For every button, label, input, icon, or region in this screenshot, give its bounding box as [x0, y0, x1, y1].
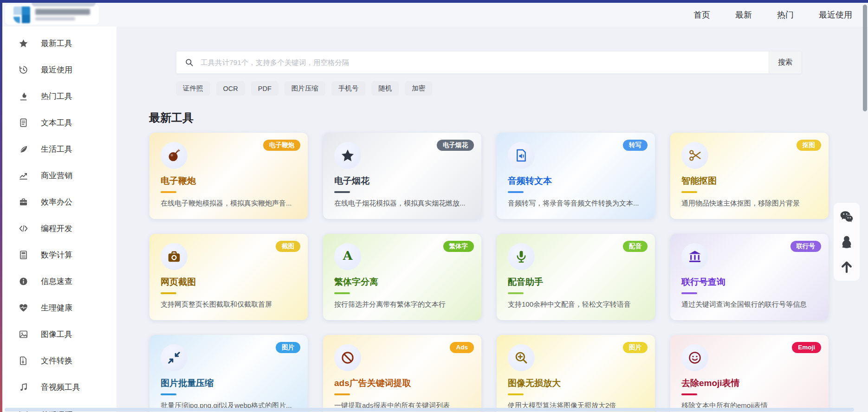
sidebar-item-code[interactable]: 编程开发	[2, 215, 117, 242]
sidebar-item-label: 商业营销	[41, 170, 72, 181]
card-icon-circle	[681, 243, 708, 270]
card-description: 通过关键词查询全国银行的联行号等信息	[681, 300, 817, 309]
horizontal-scrollbar[interactable]	[5, 408, 854, 412]
tag-chip[interactable]: 加密	[405, 81, 432, 96]
qq-button[interactable]	[839, 234, 854, 249]
sidebar-item-label: 热门工具	[41, 91, 72, 102]
tag-chip[interactable]: PDF	[251, 81, 279, 96]
card-title-underline	[161, 292, 176, 294]
card-description: 在线电子鞭炮模拟器，模拟真实鞭炮声音...	[161, 199, 297, 208]
tool-card[interactable]: 图片 图像无损放大 使用大模型算法将图像无损放大2倍	[497, 335, 655, 412]
topnav: 首页最新热门最近使用	[693, 3, 852, 26]
card-title: 网页截图	[161, 276, 297, 288]
card-title: 智能抠图	[681, 175, 817, 187]
topnav-link-hot[interactable]: 热门	[777, 9, 794, 20]
card-title-underline	[334, 191, 350, 193]
logo-blurred-text	[35, 9, 90, 20]
tool-card[interactable]: 图片 图片批量压缩 批量压缩jpg,png,gif以及webp格式的图片...	[149, 335, 308, 412]
topnav-link-latest[interactable]: 最新	[735, 9, 752, 20]
card-badge: 繁体字	[443, 241, 474, 252]
tool-card-grid: 电子鞭炮 电子鞭炮 在线电子鞭炮模拟器，模拟真实鞭炮声音... 电子烟花 电子烟…	[149, 133, 829, 412]
card-icon-circle	[508, 142, 535, 169]
tool-card[interactable]: 截图 网页截图 支持网页整页长图截取和仅截取首屏	[149, 234, 308, 320]
topnav-link-recent-used[interactable]: 最近使用	[819, 9, 852, 20]
tool-card[interactable]: 转写 音频转文本 音频转写，将录音等音频文件转换为文本...	[497, 133, 655, 219]
card-title: 配音助手	[508, 276, 644, 288]
site-logo[interactable]	[5, 5, 99, 25]
code-icon	[19, 224, 28, 233]
sidebar-item-health[interactable]: 生理健康	[2, 295, 117, 321]
window-top-edge	[0, 0, 868, 3]
sidebar-item-file-convert[interactable]: 文件转换	[2, 348, 117, 374]
vertical-scrollbar[interactable]	[863, 5, 867, 111]
tool-card[interactable]: 繁体字 A 繁体字分离 按行筛选并分离带有繁体字的文本行	[323, 234, 481, 320]
card-badge: 图片	[623, 342, 648, 353]
card-badge: 截图	[276, 241, 300, 252]
sidebar-item-music[interactable]: 音视频工具	[2, 374, 117, 400]
leaf-icon	[19, 144, 28, 154]
tool-card[interactable]: 配音 配音助手 支持100余种中文配音，轻松文字转语音	[497, 234, 655, 320]
star-icon	[19, 39, 28, 48]
card-icon-circle	[161, 142, 188, 169]
image-icon	[19, 329, 28, 339]
sidebar-item-briefcase[interactable]: 效率办公	[2, 189, 117, 215]
logo-mark-icon	[13, 6, 30, 23]
card-title-underline	[681, 393, 697, 395]
sidebar-item-info[interactable]: 信息速查	[2, 268, 117, 295]
search-input[interactable]	[201, 52, 769, 73]
floating-action-stack	[834, 203, 860, 281]
sidebar-item-history[interactable]: 最近使用	[2, 57, 117, 83]
briefcase-icon	[19, 197, 28, 207]
tag-chip[interactable]: 图片压缩	[285, 81, 325, 96]
sidebar-item-document[interactable]: 文本工具	[2, 109, 117, 136]
card-description: 支持100余种中文配音，轻松文字转语音	[508, 300, 644, 309]
search-icon	[185, 58, 194, 67]
tag-chip[interactable]: 随机	[371, 81, 399, 96]
topnav-link-home[interactable]: 首页	[693, 9, 710, 20]
card-title: 图像无损放大	[508, 377, 644, 389]
sidebar-item-label: 生活工具	[41, 144, 72, 154]
camera-icon	[167, 249, 181, 264]
page-title: 最新工具	[149, 110, 194, 125]
card-badge: Emoji	[792, 342, 821, 353]
search-bar: 搜索	[176, 51, 802, 74]
card-title: ads广告关键词提取	[334, 377, 470, 389]
audio-doc-icon	[514, 148, 529, 163]
tag-chip[interactable]: OCR	[216, 81, 245, 96]
bank-icon	[687, 249, 702, 264]
tag-chip[interactable]: 证件照	[176, 81, 210, 96]
card-icon-circle	[681, 344, 708, 371]
search-button[interactable]: 搜索	[769, 52, 801, 73]
card-icon-circle	[161, 344, 188, 371]
tool-card[interactable]: 电子鞭炮 电子鞭炮 在线电子鞭炮模拟器，模拟真实鞭炮声音...	[149, 133, 308, 219]
star-solid-icon	[340, 148, 355, 163]
tool-card[interactable]: 联行号 联行号查询 通过关键词查询全国银行的联行号等信息	[670, 234, 829, 320]
info-icon	[19, 277, 28, 286]
card-title: 图片批量压缩	[161, 377, 297, 389]
arrow-up-button[interactable]	[839, 259, 854, 274]
sidebar-item-calculator[interactable]: 数学计算	[2, 242, 117, 268]
sidebar-item-label: 音视频工具	[41, 382, 80, 393]
health-icon	[19, 303, 28, 313]
sidebar-item-image[interactable]: 图像工具	[2, 321, 117, 348]
card-title: 去除emoji表情	[681, 377, 817, 389]
sidebar-item-star[interactable]: 最新工具	[2, 30, 117, 57]
card-title-underline	[508, 191, 524, 193]
smiley-icon	[687, 350, 702, 365]
tag-chip[interactable]: 手机号	[331, 81, 366, 96]
sidebar-item-trend[interactable]: 商业营销	[2, 162, 117, 189]
card-title-underline	[161, 191, 176, 193]
fire-icon	[19, 91, 28, 101]
tool-card[interactable]: Ads ads广告关键词提取 一键提取ads报表中的所有关键词列表	[323, 335, 481, 412]
calculator-icon	[19, 250, 28, 260]
wechat-button[interactable]	[839, 209, 854, 224]
compress-icon	[167, 350, 181, 365]
tool-card[interactable]: 抠图 智能抠图 通用物品快速主体抠图，移除图片背景	[670, 133, 829, 219]
sidebar-item-label: 编程开发	[41, 223, 72, 234]
sidebar-item-label: 数学计算	[41, 250, 72, 260]
card-title: 繁体字分离	[334, 276, 470, 288]
tool-card[interactable]: Emoji 去除emoji表情 移除文本中所有的emoji表情	[670, 335, 829, 412]
sidebar-item-leaf[interactable]: 生活工具	[2, 136, 117, 162]
sidebar-item-fire[interactable]: 热门工具	[2, 83, 117, 109]
tool-card[interactable]: 电子烟花 电子烟花 在线电子烟花模拟器，模拟真实烟花燃放...	[323, 133, 481, 219]
